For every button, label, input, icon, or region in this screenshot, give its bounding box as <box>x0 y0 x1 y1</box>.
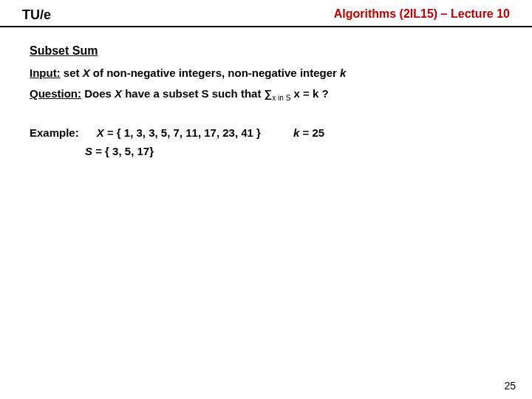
input-label: Input: <box>30 66 61 79</box>
input-line: Input: set X of non-negative integers, n… <box>30 64 502 83</box>
question-sum: ∑ <box>265 87 273 100</box>
input-k: k <box>340 66 346 79</box>
example-block: Example: X = { 1, 3, 3, 5, 7, 11, 17, 23… <box>30 123 502 161</box>
question-X: X <box>115 87 122 100</box>
question-sub: x in S <box>272 94 290 102</box>
input-text1: set <box>61 66 83 79</box>
question-eq: x = k ? <box>290 87 328 100</box>
question-line: Question: Does X have a subset S such th… <box>30 84 502 104</box>
page-number: 25 <box>504 380 516 392</box>
example-label: Example: <box>30 123 79 143</box>
question-prefix: Does <box>81 87 115 100</box>
question-label: Question: <box>30 87 81 100</box>
question-mid: have a subset S such that <box>122 87 265 100</box>
input-text2: of non-negative integers, non-negative i… <box>90 66 340 79</box>
slide-content: Subset Sum Input: set X of non-negative … <box>0 27 532 161</box>
example-S: S = { 3, 5, 17} <box>85 142 502 161</box>
slide-title: Subset Sum <box>30 41 502 61</box>
example-k: k = 25 <box>293 123 324 143</box>
example-X: X = { 1, 3, 3, 5, 7, 11, 17, 23, 41 } <box>97 123 261 143</box>
header-logo: TU/e <box>22 7 51 23</box>
slide-header: TU/e Algorithms (2IL15) – Lecture 10 <box>0 0 532 26</box>
header-course: Algorithms (2IL15) – Lecture 10 <box>334 7 510 21</box>
input-X: X <box>83 66 90 79</box>
